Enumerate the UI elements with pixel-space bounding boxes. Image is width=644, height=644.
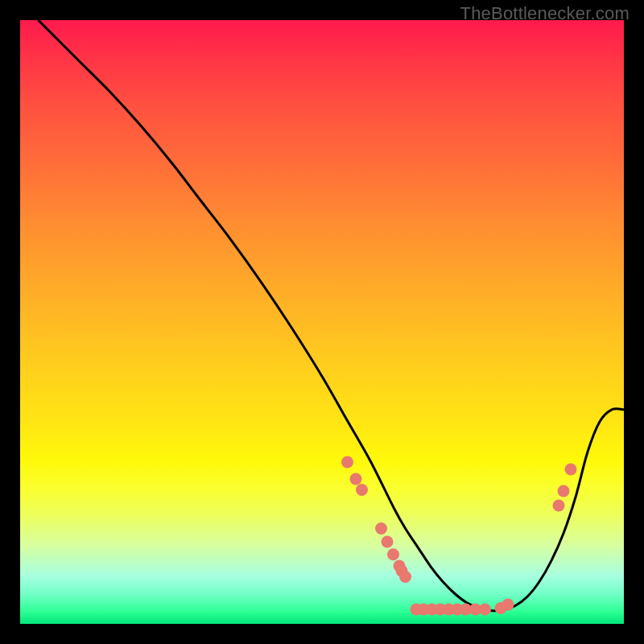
marker-group xyxy=(341,456,577,616)
marker-point xyxy=(341,456,353,469)
marker-point xyxy=(382,536,394,548)
marker-point xyxy=(399,571,411,583)
marker-point xyxy=(479,604,491,616)
bottleneck-curve xyxy=(39,20,625,611)
curve-layer xyxy=(20,20,624,624)
marker-point xyxy=(356,484,368,496)
marker-point xyxy=(350,473,362,485)
marker-point xyxy=(565,464,577,476)
marker-point xyxy=(375,522,387,535)
marker-point xyxy=(558,485,570,497)
marker-point xyxy=(387,548,399,560)
marker-point xyxy=(553,500,565,512)
marker-point xyxy=(502,599,514,611)
